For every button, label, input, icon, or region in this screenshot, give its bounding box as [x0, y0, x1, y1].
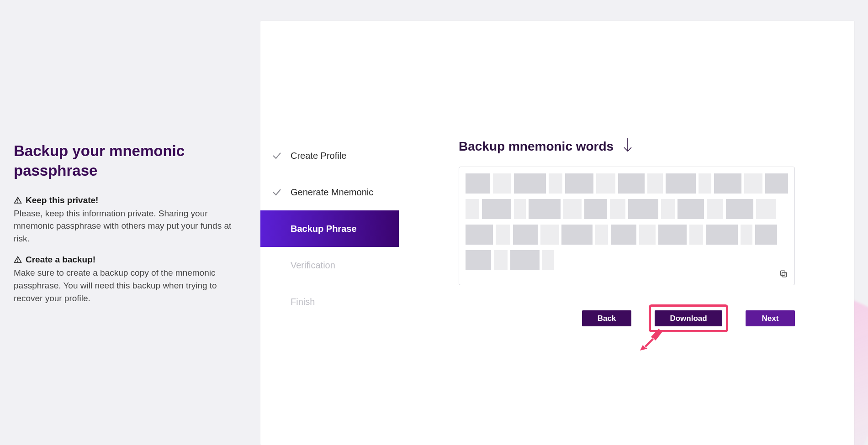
warning-block: Keep this private! Please, keep this inf… — [14, 195, 233, 245]
back-button[interactable]: Back — [582, 310, 631, 326]
warning-heading: Keep this private! — [26, 195, 98, 205]
step-verification: Verification — [260, 247, 399, 283]
annotation-arrow-icon — [634, 323, 666, 355]
svg-point-3 — [18, 262, 18, 262]
step-label: Create Profile — [291, 151, 346, 161]
button-row: Back Download Next — [459, 304, 795, 332]
copy-button[interactable] — [777, 268, 790, 281]
section-title: Backup mnemonic words — [459, 139, 614, 154]
step-finish: Finish — [260, 283, 399, 320]
mnemonic-redacted-content — [466, 173, 788, 270]
step-label: Backup Phrase — [291, 224, 357, 234]
checkmark-icon — [271, 150, 282, 161]
step-label: Finish — [291, 297, 315, 307]
main-content: Backup mnemonic words — [399, 21, 854, 445]
checkmark-icon — [271, 187, 282, 198]
arrow-down-icon — [622, 137, 634, 156]
page-title: Backup your mnemonic passphrase — [14, 141, 233, 181]
warning-block: Create a backup! Make sure to create a b… — [14, 255, 233, 304]
step-label: Verification — [291, 260, 335, 271]
warning-triangle-icon — [14, 256, 22, 264]
warning-text: Please, keep this information private. S… — [14, 207, 233, 245]
mnemonic-words-box — [459, 167, 795, 285]
warning-text: Make sure to create a backup copy of the… — [14, 267, 233, 304]
svg-marker-7 — [640, 329, 662, 351]
svg-rect-5 — [782, 272, 787, 277]
svg-rect-6 — [780, 271, 785, 275]
svg-point-1 — [18, 202, 18, 202]
step-backup-phrase[interactable]: Backup Phrase — [260, 210, 399, 247]
wizard-card: Create Profile Generate Mnemonic Backup … — [260, 21, 854, 445]
step-create-profile[interactable]: Create Profile — [260, 137, 399, 174]
step-label: Generate Mnemonic — [291, 187, 373, 198]
warning-heading: Create a backup! — [26, 255, 95, 265]
step-generate-mnemonic[interactable]: Generate Mnemonic — [260, 174, 399, 210]
next-button[interactable]: Next — [746, 310, 795, 326]
download-highlight: Download — [649, 304, 728, 332]
steps-sidebar: Create Profile Generate Mnemonic Backup … — [260, 21, 399, 445]
warning-triangle-icon — [14, 196, 22, 204]
info-panel: Backup your mnemonic passphrase Keep thi… — [14, 0, 260, 445]
copy-icon — [779, 269, 788, 280]
